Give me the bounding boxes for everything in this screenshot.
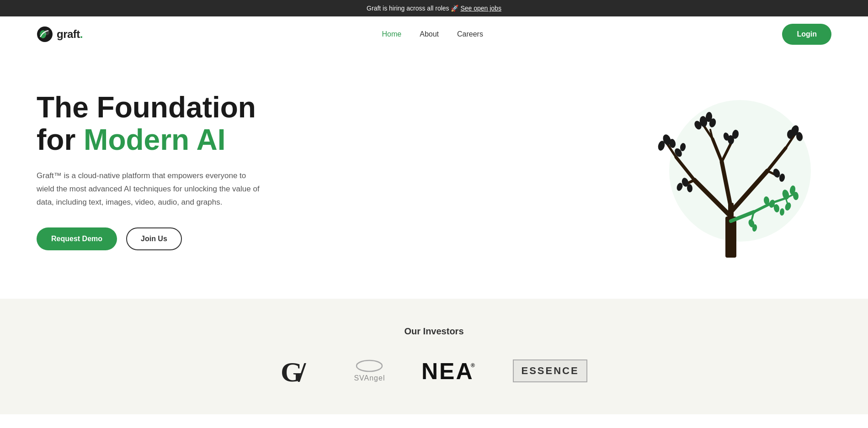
hero-title: The Foundation for Modern AI bbox=[37, 91, 265, 156]
hero-title-highlight: Modern AI bbox=[84, 123, 226, 156]
svg-text:NEA: NEA bbox=[421, 359, 474, 384]
essence-label: ESSENCE bbox=[521, 365, 579, 377]
investors-section: Our Investors G / SVAngel NEA ® ESSENCE bbox=[0, 299, 868, 414]
hero-content: The Foundation for Modern AI Graft™ is a… bbox=[37, 91, 265, 250]
logo[interactable]: graft. bbox=[37, 26, 83, 42]
investors-logos: G / SVAngel NEA ® ESSENCE bbox=[37, 355, 831, 387]
nav-link-home[interactable]: Home bbox=[382, 30, 402, 38]
nav-item-about[interactable]: About bbox=[420, 30, 439, 38]
nav-item-home[interactable]: Home bbox=[382, 30, 402, 38]
svg-point-60 bbox=[357, 360, 382, 371]
logo-icon bbox=[37, 26, 53, 42]
gv-logo-svg: G / bbox=[281, 355, 317, 387]
nav-item-careers[interactable]: Careers bbox=[457, 30, 483, 38]
nav-links: Home About Careers bbox=[382, 30, 483, 38]
nav-link-careers[interactable]: Careers bbox=[457, 30, 483, 38]
svg-text:®: ® bbox=[471, 362, 475, 369]
hero-illustration bbox=[630, 79, 831, 262]
investor-nea: NEA ® bbox=[421, 357, 476, 385]
hero-description: Graft™ is a cloud-native platform that e… bbox=[37, 169, 265, 209]
banner-text: Graft is hiring across all roles 🚀 bbox=[367, 5, 460, 12]
request-demo-button[interactable]: Request Demo bbox=[37, 227, 117, 250]
hero-section: The Foundation for Modern AI Graft™ is a… bbox=[0, 52, 868, 299]
investor-gv: G / bbox=[281, 355, 317, 387]
nea-logo-svg: NEA ® bbox=[421, 357, 476, 385]
join-us-button[interactable]: Join Us bbox=[126, 227, 182, 250]
svg-text:/: / bbox=[298, 356, 306, 387]
hero-title-line1: The Foundation bbox=[37, 91, 256, 124]
tree-svg bbox=[630, 79, 831, 262]
hero-buttons: Request Demo Join Us bbox=[37, 227, 265, 250]
hero-title-line2-plain: for bbox=[37, 123, 84, 156]
logo-text: graft. bbox=[57, 28, 83, 41]
svangel-label: SVAngel bbox=[354, 374, 385, 382]
investor-svangel: SVAngel bbox=[354, 359, 385, 382]
nav-link-about[interactable]: About bbox=[420, 30, 439, 38]
svg-point-3 bbox=[669, 100, 811, 242]
investor-essence: ESSENCE bbox=[513, 359, 587, 382]
banner-link[interactable]: See open jobs bbox=[460, 5, 501, 12]
announcement-banner: Graft is hiring across all roles 🚀 See o… bbox=[0, 0, 868, 16]
navbar: graft. Home About Careers Login bbox=[0, 16, 868, 52]
svangel-ring-svg bbox=[356, 359, 383, 372]
login-button[interactable]: Login bbox=[782, 24, 831, 45]
investors-title: Our Investors bbox=[37, 326, 831, 337]
